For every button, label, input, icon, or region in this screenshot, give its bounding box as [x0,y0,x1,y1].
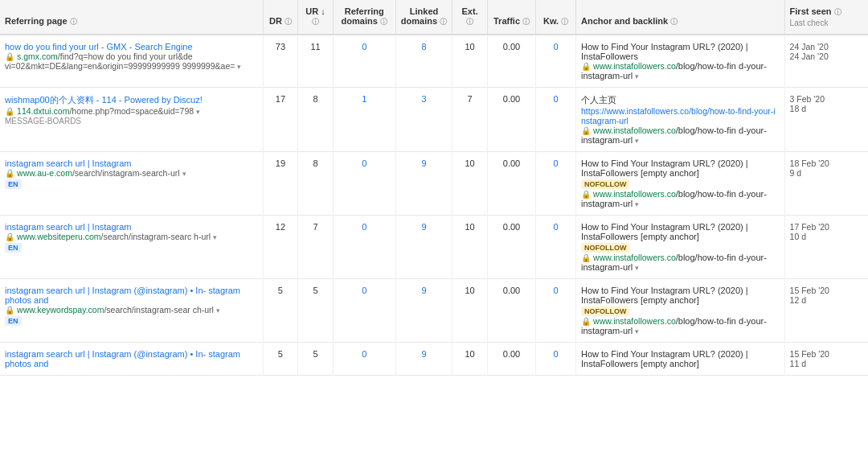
anchor-domain-link[interactable]: www.instafollowers.co [593,61,676,71]
dropdown-arrow-icon[interactable]: ▾ [216,306,220,315]
traffic-value: 0.00 [503,222,520,232]
dropdown-arrow-icon[interactable]: ▾ [196,108,200,116]
anchor-domain-link[interactable]: www.instafollowers.co [593,189,676,199]
table-row: instagram search url | Instagram🔒 www.we… [0,216,868,279]
info-icon-ref-domains[interactable]: ⓘ [380,18,387,26]
first-seen-date: 15 Feb '20 [790,286,829,295]
anchor-title: 个人主页 [581,95,616,105]
lock-icon: 🔒 [581,126,591,135]
anchor-dropdown-icon[interactable]: ▾ [635,200,639,208]
last-check-date: 11 d [790,359,806,368]
table-row: instagram search url | Instagram (@insta… [0,279,868,343]
dr-value: 12 [276,222,285,232]
info-icon-ur[interactable]: ⓘ [312,18,319,26]
cell-kw: 0 [536,279,576,343]
lock-icon: 🔒 [5,107,14,116]
lock-icon: 🔒 [5,306,14,315]
anchor-title: How to Find Your Instagram URL? (2020) |… [581,158,748,178]
cell-ref-domains: 0 [333,343,395,376]
ur-value: 8 [313,158,317,168]
dropdown-arrow-icon[interactable]: ▾ [237,63,241,71]
col-header-linked-domains: Linkeddomains ⓘ [395,0,452,35]
last-check-date: 9 d [790,168,802,178]
anchor-dropdown-icon[interactable]: ▾ [635,72,639,80]
kw-value: 0 [554,158,559,168]
first-seen-date: 17 Feb '20 [790,222,829,232]
table-row: instagram search url | Instagram🔒 www.au… [0,152,868,216]
ref-domains-value: 0 [362,349,366,359]
col-header-ext: Ext. ⓘ [452,0,488,35]
dropdown-arrow-icon[interactable]: ▾ [213,233,217,241]
cell-ur: 11 [298,35,334,88]
page-domain-link[interactable]: 114.dxtui.com [17,106,69,116]
cell-anchor: How to Find Your Instagram URL? (2020) |… [575,343,784,376]
info-icon-page[interactable]: ⓘ [70,18,77,26]
lang-badge: EN [5,243,22,253]
anchor-dropdown-icon[interactable]: ▾ [635,264,639,272]
col-header-page: Referring page ⓘ [0,0,263,35]
anchor-dropdown-icon[interactable]: ▾ [635,327,639,335]
page-title-link[interactable]: how do you find your url - GMX - Search … [5,42,193,51]
page-title-link[interactable]: instagram search url | Instagram (@insta… [5,349,240,368]
cell-anchor: How to Find Your Instagram URL? (2020) |… [575,216,784,279]
cell-ext: 10 [452,343,488,376]
info-icon-anchor[interactable]: ⓘ [670,18,678,26]
page-path: /search/instagram-sear ch-url [104,305,214,315]
cell-traffic: 0.00 [487,216,535,279]
traffic-value: 0.00 [503,286,520,295]
page-domain-link[interactable]: s.gmx.com [17,51,58,61]
col-header-anchor: Anchor and backlink ⓘ [575,0,784,35]
info-icon-first-seen[interactable]: ⓘ [834,8,841,16]
ref-domains-value: 0 [362,42,366,51]
col-header-ur: UR ↓ ⓘ [298,0,334,35]
cell-kw: 0 [536,343,576,376]
cell-first-seen: 15 Feb '20 12 d [784,279,868,343]
ur-value: 11 [310,42,320,51]
page-domain-link[interactable]: www.websiteperu.com [17,232,100,241]
dr-value: 5 [278,286,283,295]
cell-first-seen: 18 Feb '20 9 d [784,152,868,216]
cell-traffic: 0.00 [487,35,535,88]
cell-ur: 5 [298,343,334,376]
page-title-link[interactable]: instagram search url | Instagram [5,158,132,168]
traffic-value: 0.00 [503,94,520,104]
info-icon-dr[interactable]: ⓘ [285,18,292,26]
cell-linked-domains: 9 [395,343,452,376]
info-icon-ext[interactable]: ⓘ [466,18,473,26]
ur-value: 5 [313,286,317,295]
cell-first-seen: 24 Jan '20 24 Jan '20 [784,35,868,88]
cell-ur: 7 [298,216,334,279]
anchor-domain-link[interactable]: www.instafollowers.co [593,253,676,262]
col-header-first-seen: First seen ⓘ Last check [784,0,868,35]
cell-page: instagram search url | Instagram (@insta… [0,279,263,343]
anchor-domain-link[interactable]: www.instafollowers.co [593,316,676,326]
page-domain-link[interactable]: www.au-e.com [17,168,72,178]
dropdown-arrow-icon[interactable]: ▾ [182,170,186,178]
page-title-link[interactable]: instagram search url | Instagram [5,222,132,232]
dr-value: 5 [278,349,283,359]
info-icon-traffic[interactable]: ⓘ [522,18,530,26]
cell-first-seen: 15 Feb '20 11 d [784,343,868,376]
cell-page: how do you find your url - GMX - Search … [0,35,263,88]
ext-value: 10 [465,286,474,295]
anchor-title: How to Find Your Instagram URL? (2020) |… [581,349,748,368]
cell-page: instagram search url | Instagram🔒 www.we… [0,216,263,279]
ur-value: 5 [313,349,317,359]
lock-icon: 🔒 [581,253,591,262]
linked-domains-value: 9 [421,158,426,168]
linked-domains-value: 3 [421,94,426,104]
info-icon-kw[interactable]: ⓘ [561,18,568,26]
cell-anchor: How to Find Your Instagram URL? (2020) |… [575,279,784,343]
page-domain-link[interactable]: www.keywordspay.com [17,305,104,315]
last-check-date: 12 d [790,295,806,305]
lock-icon: 🔒 [581,62,591,71]
page-title-link[interactable]: instagram search url | Instagram (@insta… [5,286,240,305]
anchor-full-url[interactable]: https://www.instafollowers.co/blog/how-t… [581,106,776,125]
anchor-domain-link[interactable]: www.instafollowers.co [593,125,676,135]
last-check-date: 10 d [790,232,806,241]
ext-value: 7 [468,94,473,104]
info-icon-linked-domains[interactable]: ⓘ [440,18,447,26]
anchor-dropdown-icon[interactable]: ▾ [635,137,639,145]
page-title-link[interactable]: wishmap00的个人资料 - 114 - Powered by Discuz… [5,95,203,105]
page-path: /search/instagram-search-url [72,168,180,178]
